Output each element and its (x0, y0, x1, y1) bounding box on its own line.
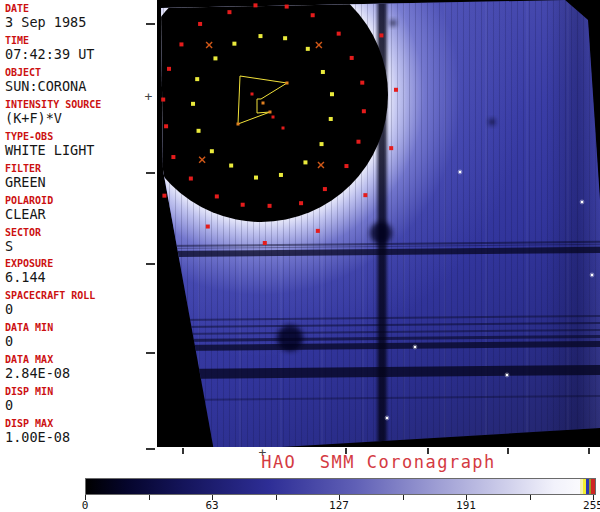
metadata-label: DISP MIN (5, 386, 53, 397)
metadata-label: DISP MAX (5, 418, 70, 429)
metadata-value: S (5, 238, 41, 254)
metadata-value: CLEAR (5, 206, 53, 222)
metadata-label: DATA MAX (5, 354, 70, 365)
intensity-colorbar (85, 478, 596, 495)
metadata-value: GREEN (5, 174, 46, 190)
metadata-field: POLAROIDCLEAR (5, 195, 53, 222)
metadata-value: 0 (5, 301, 95, 317)
metadata-value: WHITE LIGHT (5, 142, 94, 158)
image-caption: HAO SMM Coronagraph (157, 453, 600, 472)
colorbar-minor-tick (149, 495, 150, 500)
metadata-label: INTENSITY SOURCE (5, 99, 101, 110)
metadata-field: TIME07:42:39 UT (5, 35, 94, 62)
metadata-field: TYPE-OBSWHITE LIGHT (5, 131, 94, 158)
metadata-label: OBJECT (5, 67, 86, 78)
colorbar-tick-label: 191 (456, 499, 476, 512)
colorbar-end-stripes (580, 479, 595, 494)
colorbar-minor-tick (403, 495, 404, 500)
metadata-field: DATA MAX2.84E-08 (5, 354, 70, 381)
metadata-label: SPACECRAFT ROLL (5, 290, 95, 301)
metadata-label: SECTOR (5, 227, 41, 238)
metadata-label: TYPE-OBS (5, 131, 94, 142)
metadata-value: 6.144 (5, 269, 53, 285)
colorbar-minor-tick (276, 495, 277, 500)
metadata-value: SUN:CORONA (5, 78, 86, 94)
metadata-panel: DATE3 Sep 1985TIME07:42:39 UTOBJECTSUN:C… (0, 0, 156, 450)
colorbar-tick-label: 255 (583, 499, 600, 512)
tick-mark (146, 263, 155, 265)
metadata-label: TIME (5, 35, 94, 46)
metadata-label: DATE (5, 3, 86, 14)
metadata-field: SECTORS (5, 227, 41, 254)
colorbar-tick-label: 127 (329, 499, 349, 512)
coronagraph-image[interactable] (157, 0, 600, 447)
metadata-field: DATA MIN0 (5, 322, 53, 349)
metadata-value: 0 (5, 333, 53, 349)
metadata-value: 3 Sep 1985 (5, 14, 86, 30)
colorbar-stripe (591, 479, 595, 494)
metadata-field: OBJECTSUN:CORONA (5, 67, 86, 94)
metadata-value: 2.84E-08 (5, 365, 70, 381)
metadata-value: 0 (5, 397, 53, 413)
colorbar-tick-label: 0 (82, 499, 89, 512)
colorbar-tick-label: 63 (205, 499, 218, 512)
tick-mark (146, 352, 155, 354)
colorbar-minor-tick (530, 495, 531, 500)
metadata-field: DISP MIN0 (5, 386, 53, 413)
metadata-label: DATA MIN (5, 322, 53, 333)
metadata-field: EXPOSURE6.144 (5, 258, 53, 285)
metadata-value: 1.00E-08 (5, 429, 70, 445)
metadata-label: POLAROID (5, 195, 53, 206)
metadata-field: SPACECRAFT ROLL0 (5, 290, 95, 317)
metadata-field: INTENSITY SOURCE(K+F)*V (5, 99, 101, 126)
metadata-value: (K+F)*V (5, 110, 101, 126)
smm-coronagraph-viewer: { "metadata_panel": { "label_color": "#c… (0, 0, 600, 512)
metadata-label: FILTER (5, 163, 46, 174)
metadata-value: 07:42:39 UT (5, 46, 94, 62)
metadata-field: FILTERGREEN (5, 163, 46, 190)
tick-mark (146, 23, 155, 25)
metadata-field: DATE3 Sep 1985 (5, 3, 86, 30)
fiducial-markers (157, 0, 600, 447)
plus-fiducial: + (142, 90, 155, 103)
metadata-field: DISP MAX1.00E-08 (5, 418, 70, 445)
tick-mark (146, 172, 155, 174)
tick-mark (146, 448, 155, 450)
metadata-label: EXPOSURE (5, 258, 53, 269)
